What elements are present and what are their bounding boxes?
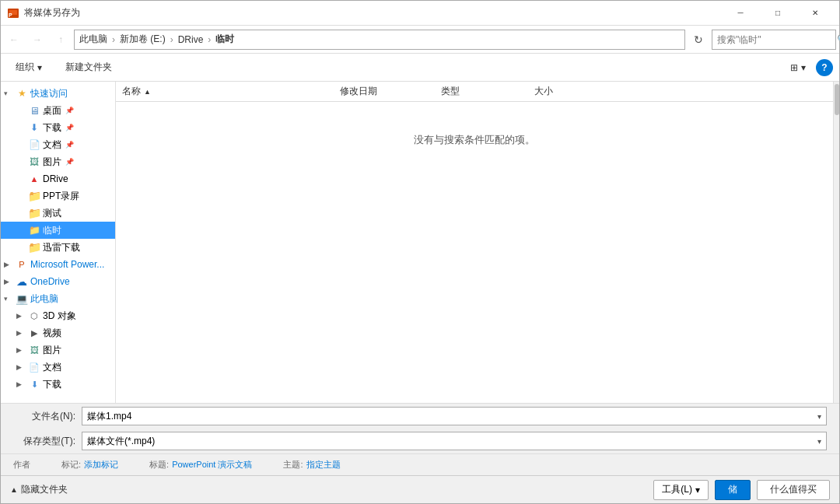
quick-access-icon: ★ <box>16 87 28 100</box>
video-label: 视频 <box>43 327 61 340</box>
file-area: 没有与搜索条件匹配的项。 <box>116 102 833 403</box>
filename-row: 文件名(N): ▾ <box>1 404 839 429</box>
save-button[interactable]: 储 <box>715 480 751 500</box>
tags-link[interactable]: 添加标记 <box>84 459 118 471</box>
sidebar-item-downloads2[interactable]: ▶ ⬇ 下载 <box>1 376 115 393</box>
title-label: 标题: <box>149 459 169 471</box>
bottom-section: 文件名(N): ▾ 保存类型(T): 媒体文件(*.mp4) ▾ 作者 标记: … <box>1 403 839 475</box>
test-folder-icon: 📁 <box>28 207 40 219</box>
main-area: ▾ ★ 快速访问 🖥 桌面 📌 ⬇ 下载 📌 📄 文档 📌 <box>1 82 839 403</box>
this-pc-section[interactable]: ▾ 💻 此电脑 <box>1 290 115 307</box>
tools-arrow-icon: ▾ <box>695 485 700 495</box>
ms-power-icon: P <box>16 258 28 271</box>
onedrive-label: OneDrive <box>30 276 70 287</box>
pictures-pin: 📌 <box>65 158 74 166</box>
search-box: 🔍 <box>712 30 836 50</box>
scrollbar[interactable] <box>833 82 839 403</box>
sidebar-item-temp[interactable]: 📁 临时 <box>1 222 115 239</box>
organize-arrow: ▾ <box>37 62 42 73</box>
footer-right: 工具(L) ▾ 储 什么值得买 <box>653 480 830 500</box>
back-button[interactable]: ← <box>4 30 24 50</box>
action-bar: 组织 ▾ 新建文件夹 ⊞ ▾ ? <box>1 54 839 82</box>
dialog-icon: P <box>7 7 19 19</box>
col-header-size[interactable]: 大小 <box>528 82 606 101</box>
author-field: 作者 <box>13 459 30 471</box>
sidebar-item-3d[interactable]: ▶ ⬡ 3D 对象 <box>1 307 115 324</box>
minimize-button[interactable]: ─ <box>723 1 758 26</box>
new-folder-button[interactable]: 新建文件夹 <box>57 57 121 79</box>
sep3: › <box>208 34 211 45</box>
pictures-icon: 🖼 <box>28 156 40 168</box>
quick-access-section[interactable]: ▾ ★ 快速访问 <box>1 85 115 102</box>
quick-access-label: 快速访问 <box>30 87 68 100</box>
forward-button[interactable]: → <box>27 30 47 50</box>
drive-icon: ▲ <box>28 173 40 185</box>
tools-label: 工具(L) <box>662 483 692 496</box>
breadcrumb-current: 临时 <box>215 33 234 46</box>
search-input[interactable] <box>717 34 834 45</box>
sidebar-item-xunlei[interactable]: 📁 迅雷下载 <box>1 239 115 256</box>
hidden-folder-toggle[interactable]: ▲ 隐藏文件夹 <box>10 483 68 496</box>
xunlei-label: 迅雷下载 <box>43 241 80 254</box>
breadcrumb-folder[interactable]: DRive <box>178 34 204 45</box>
left-panel: ▾ ★ 快速访问 🖥 桌面 📌 ⬇ 下载 📌 📄 文档 📌 <box>1 82 116 403</box>
temp-folder-icon: 📁 <box>28 224 40 236</box>
col-header-type[interactable]: 类型 <box>435 82 528 101</box>
address-bar-row: ← → ↑ 此电脑 › 新加卷 (E:) › DRive › 临时 ↻ 🔍 <box>1 26 839 54</box>
ms-power-label: Microsoft Power... <box>30 259 104 270</box>
tags-label: 标记: <box>61 459 81 471</box>
downloads2-label: 下载 <box>43 378 61 391</box>
maximize-button[interactable]: □ <box>760 1 796 26</box>
breadcrumb-drive[interactable]: 新加卷 (E:) <box>120 33 166 46</box>
images-icon: 🖼 <box>28 344 40 356</box>
sidebar-item-pictures[interactable]: 🖼 图片 📌 <box>1 153 115 170</box>
theme-link[interactable]: 指定主题 <box>306 459 341 471</box>
col-header-modified[interactable]: 修改日期 <box>334 82 435 101</box>
this-pc-label: 此电脑 <box>30 292 58 306</box>
title-bar: P 将媒体另存为 ─ □ ✕ <box>1 1 839 26</box>
microsoft-power-section[interactable]: ▶ P Microsoft Power... <box>1 256 115 273</box>
sidebar-item-downloads[interactable]: ⬇ 下载 📌 <box>1 119 115 136</box>
downloads-pin: 📌 <box>65 124 74 131</box>
title-link[interactable]: PowerPoint 演示文稿 <box>172 459 252 471</box>
drive-label: DRive <box>43 173 68 184</box>
images-label: 图片 <box>43 344 61 357</box>
address-bar[interactable]: 此电脑 › 新加卷 (E:) › DRive › 临时 <box>74 30 685 50</box>
tools-button[interactable]: 工具(L) ▾ <box>653 480 709 500</box>
empty-message: 没有与搜索条件匹配的项。 <box>414 133 535 147</box>
sidebar-item-images[interactable]: ▶ 🖼 图片 <box>1 341 115 359</box>
filename-dropdown-arrow[interactable]: ▾ <box>817 412 821 421</box>
sidebar-item-test[interactable]: 📁 测试 <box>1 205 115 222</box>
view-controls: ⊞ ▾ ? <box>782 57 833 79</box>
downloads2-icon: ⬇ <box>28 378 40 390</box>
filename-input[interactable] <box>87 411 817 422</box>
desktop-pin: 📌 <box>65 107 74 114</box>
sidebar-item-ppt[interactable]: 📁 PPT录屏 <box>1 187 115 205</box>
close-button[interactable]: ✕ <box>797 1 833 26</box>
filetype-input-wrapper[interactable]: 媒体文件(*.mp4) ▾ <box>82 432 827 450</box>
sidebar-item-desktop[interactable]: 🖥 桌面 📌 <box>1 102 115 119</box>
col-header-name[interactable]: 名称 ▲ <box>116 82 334 101</box>
footer-bar: ▲ 隐藏文件夹 工具(L) ▾ 储 什么值得买 <box>1 475 839 503</box>
onedrive-section[interactable]: ▶ ☁ OneDrive <box>1 273 115 290</box>
sidebar-item-drive[interactable]: ▲ DRive <box>1 170 115 187</box>
up-button[interactable]: ↑ <box>51 30 71 50</box>
sidebar-item-documents[interactable]: 📄 文档 📌 <box>1 136 115 153</box>
sidebar-item-video[interactable]: ▶ ▶ 视频 <box>1 324 115 341</box>
breadcrumb-this-pc[interactable]: 此电脑 <box>79 33 107 46</box>
theme-label: 主题: <box>283 459 303 471</box>
view-icon: ⊞ <box>790 62 798 73</box>
organize-button[interactable]: 组织 ▾ <box>7 57 51 79</box>
filename-input-wrapper: ▾ <box>82 407 827 425</box>
cancel-button[interactable]: 什么值得买 <box>757 480 830 500</box>
help-button[interactable]: ? <box>816 59 833 76</box>
view-arrow: ▾ <box>801 62 806 73</box>
view-button[interactable]: ⊞ ▾ <box>782 57 814 79</box>
refresh-button[interactable]: ↻ <box>688 30 709 50</box>
col-name-label: 名称 <box>122 85 141 98</box>
filetype-dropdown-arrow[interactable]: ▾ <box>817 437 821 446</box>
sidebar-item-docs2[interactable]: ▶ 📄 文档 <box>1 359 115 376</box>
new-folder-label: 新建文件夹 <box>65 61 112 74</box>
documents-label: 文档 <box>43 138 61 152</box>
tags-field: 标记: 添加标记 <box>61 459 118 471</box>
